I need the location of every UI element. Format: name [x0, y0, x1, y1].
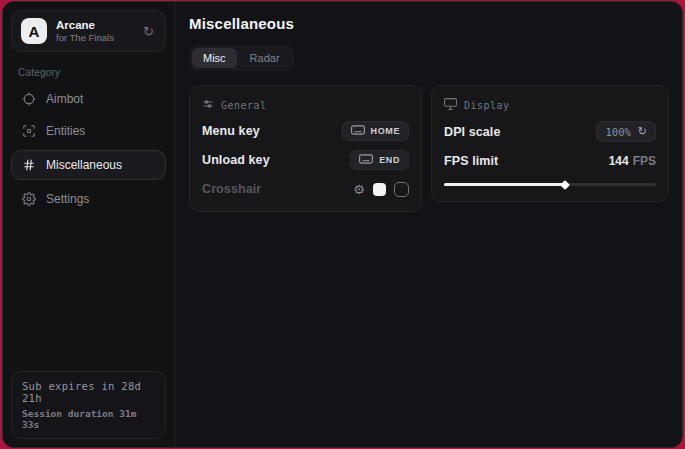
sidebar-item-label: Entities: [46, 124, 85, 138]
dpi-scale-button[interactable]: 100% ↻: [596, 121, 656, 142]
general-card-header: General: [202, 98, 409, 112]
sidebar-spacer: [11, 212, 166, 371]
tab-bar: Misc Radar: [189, 45, 294, 71]
fps-limit-label: FPS limit: [444, 154, 498, 168]
entities-icon: [21, 124, 36, 138]
app-logo: A: [21, 18, 47, 44]
dpi-scale-row: DPI scale 100% ↻: [444, 121, 656, 142]
sidebar-item-label: Aimbot: [46, 92, 83, 106]
crosshair-color-swatch[interactable]: [373, 183, 386, 196]
crosshair-settings-gear-icon[interactable]: ⚙: [353, 183, 365, 196]
refresh-icon: ↻: [638, 125, 647, 138]
tab-misc[interactable]: Misc: [192, 48, 237, 68]
subscription-status-card: Sub expires in 28d 21h Session duration …: [11, 371, 166, 439]
menu-key-button[interactable]: HOME: [342, 121, 409, 141]
dpi-scale-label: DPI scale: [444, 125, 501, 139]
main-panel: Miscellaneous Misc Radar General Menu ke…: [175, 2, 683, 447]
sidebar-item-entities[interactable]: Entities: [11, 118, 166, 144]
sliders-icon: [202, 98, 214, 112]
general-card-title: General: [221, 100, 267, 111]
keyboard-icon: [351, 125, 365, 137]
sidebar-item-miscellaneous[interactable]: Miscellaneous: [11, 150, 166, 180]
unload-key-value: END: [379, 155, 400, 165]
tab-radar[interactable]: Radar: [239, 48, 291, 68]
monitor-icon: [444, 98, 457, 112]
sidebar-nav: Aimbot Entities Miscellaneous Settings: [11, 86, 166, 212]
sidebar-item-aimbot[interactable]: Aimbot: [11, 86, 166, 112]
app-subtitle: for The Finals: [56, 32, 132, 44]
fps-unit: FPS: [633, 154, 656, 168]
display-card-header: Display: [444, 98, 656, 112]
crosshair-row: Crosshair ⚙: [202, 179, 409, 199]
refresh-icon[interactable]: ↻: [141, 23, 156, 40]
crosshair-label: Crosshair: [202, 182, 261, 196]
sidebar-item-label: Settings: [46, 192, 89, 206]
sub-expires-text: Sub expires in 28d 21h: [22, 380, 155, 404]
fps-limit-row: FPS limit 144FPS: [444, 151, 656, 171]
general-card: General Menu key HOME Unload key: [189, 85, 422, 212]
fps-slider-fill: [444, 183, 565, 186]
unload-key-button[interactable]: END: [350, 150, 409, 170]
session-duration-text: Session duration 31m 33s: [22, 408, 155, 430]
menu-key-row: Menu key HOME: [202, 121, 409, 141]
keyboard-icon: [359, 154, 373, 166]
display-card: Display DPI scale 100% ↻ FPS limit 144FP…: [431, 85, 669, 202]
page-title: Miscellaneous: [189, 15, 669, 32]
sidebar-item-settings[interactable]: Settings: [11, 186, 166, 212]
fps-slider-thumb[interactable]: [560, 180, 570, 190]
menu-key-label: Menu key: [202, 124, 260, 138]
app-logo-card: A Arcane for The Finals ↻: [11, 10, 166, 52]
app-name: Arcane: [56, 18, 132, 32]
hash-grid-icon: [21, 158, 36, 172]
sidebar-item-label: Miscellaneous: [46, 158, 122, 172]
crosshair-enable-checkbox[interactable]: [394, 182, 409, 197]
app-identity: Arcane for The Finals: [56, 18, 132, 44]
display-card-title: Display: [464, 100, 510, 111]
cards-grid: General Menu key HOME Unload key: [189, 85, 669, 212]
fps-limit-slider[interactable]: [444, 183, 656, 186]
fps-limit-value: 144FPS: [609, 154, 656, 168]
crosshair-controls: ⚙: [353, 182, 409, 197]
crosshair-icon: [21, 92, 36, 106]
sidebar: A Arcane for The Finals ↻ Category Aimbo…: [3, 2, 175, 447]
menu-key-value: HOME: [371, 126, 400, 136]
category-label: Category: [18, 67, 160, 78]
unload-key-row: Unload key END: [202, 150, 409, 170]
unload-key-label: Unload key: [202, 153, 270, 167]
gear-icon: [21, 192, 36, 206]
app-window: A Arcane for The Finals ↻ Category Aimbo…: [2, 1, 683, 448]
dpi-scale-value: 100%: [605, 126, 630, 138]
